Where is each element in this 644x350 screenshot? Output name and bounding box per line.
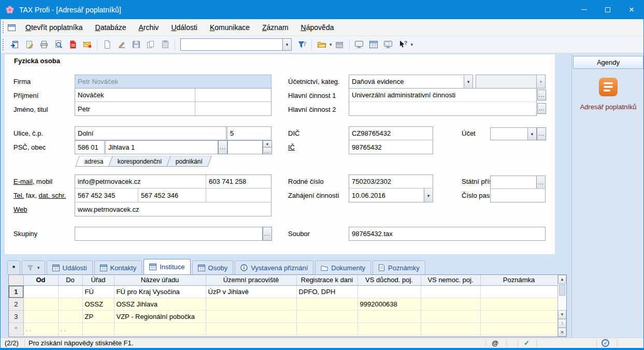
datova-schranka-link-label[interactable]: dat. schr. — [38, 192, 66, 199]
ucetnictvi-combobox[interactable]: Daňová evidence ▾ — [349, 75, 473, 89]
grid-cell[interactable]: ZP — [82, 310, 114, 323]
zahajeni-dropdown-button[interactable]: ▾ — [424, 188, 433, 202]
cinnost1-field[interactable]: Univerzální administrativní činnosti — [349, 89, 536, 101]
column-header-od[interactable]: Od — [23, 275, 58, 285]
grid-cell[interactable] — [480, 323, 557, 335]
column-header-vs-nemoc-poj[interactable]: VS nemoc. poj. — [421, 275, 480, 285]
grid-cell[interactable]: FÚ — [82, 285, 114, 298]
minimize-button[interactable] — [572, 0, 596, 19]
address-tab-adresa[interactable]: adresa — [75, 156, 112, 167]
tel-label[interactable]: Tel. fax, dat. schr. — [13, 192, 66, 199]
row-number-cell[interactable]: 2 — [9, 298, 23, 310]
grid-cell[interactable] — [296, 298, 357, 310]
cinnost2-field[interactable] — [349, 102, 536, 116]
column-header-poznamka[interactable]: Poznámka — [480, 275, 557, 285]
grid-cell[interactable]: DPFO, DPH — [296, 285, 357, 298]
grid-cell[interactable] — [421, 285, 480, 298]
column-header-vs-duchod-poj[interactable]: VS důchod. poj. — [357, 275, 421, 285]
web-link-label[interactable]: Web — [13, 206, 27, 213]
statni-prisl-field[interactable] — [491, 176, 536, 188]
grid-cell[interactable] — [480, 298, 557, 310]
grid-cell[interactable] — [421, 323, 480, 335]
email-label[interactable]: E-mail, mobil — [13, 178, 52, 185]
cinnost1-dots-button[interactable]: ... — [537, 90, 546, 100]
grid-cell[interactable] — [23, 298, 58, 310]
grid-cell[interactable]: 9992000638 — [357, 298, 421, 310]
grid-cell[interactable] — [58, 298, 82, 310]
menu-item-komunikace[interactable]: Komunikace — [204, 19, 256, 36]
web-label[interactable]: Web — [13, 206, 27, 213]
column-header-registrace-k-dani[interactable]: Registrace k dani — [296, 275, 357, 285]
dic-field[interactable]: CZ98765432 — [349, 127, 433, 140]
cislo-popisne-field[interactable]: 5 — [227, 126, 271, 140]
grid-cell[interactable]: FÚ pro Kraj Vysočina — [114, 285, 206, 298]
print-button[interactable] — [37, 38, 51, 52]
scroll-up-button[interactable]: ▲ — [558, 275, 566, 284]
titul2-field[interactable] — [195, 102, 271, 116]
tab-filter[interactable]: ▾ — [22, 260, 45, 274]
grid-cell[interactable] — [421, 310, 480, 323]
column-header-do[interactable]: Do — [58, 275, 82, 285]
print-preview-button[interactable] — [51, 38, 65, 52]
statni-prisl-dots-button[interactable]: ... — [536, 176, 545, 188]
help-dropdown-button[interactable]: ▾ — [411, 42, 413, 47]
ucetnictvi-dropdown-button[interactable]: ▾ — [464, 75, 473, 88]
obec-field[interactable]: Jihlava 1 — [105, 140, 218, 154]
titul-field[interactable] — [195, 89, 271, 101]
rodne-cislo-field[interactable]: 750203/2302 — [349, 175, 433, 188]
grid-cell[interactable] — [206, 310, 296, 323]
menu-item-napoveda[interactable]: Nápověda — [295, 19, 340, 36]
email-field[interactable]: info@petrnovacek.cz — [75, 175, 206, 188]
cinnost2-dots-button[interactable]: ... — [537, 103, 546, 114]
ulice-field[interactable]: Dolní — [75, 126, 226, 140]
tel-field[interactable]: 567 452 345 — [75, 188, 138, 202]
fax-field[interactable]: 567 452 346 — [138, 188, 206, 202]
menu-item-databaze[interactable]: Databáze — [89, 19, 133, 36]
tab-kontakty[interactable]: Kontakty — [94, 260, 142, 274]
prijmeni-field[interactable]: Nováček — [75, 89, 195, 101]
ucet-dropdown-button[interactable]: ▾ — [527, 128, 536, 140]
tel-link-label[interactable]: Tel. — [13, 192, 24, 199]
zahajeni-field[interactable]: 10.06.2016 — [349, 188, 424, 202]
table-view-button[interactable] — [367, 38, 381, 52]
form-view-button[interactable] — [381, 38, 395, 52]
toolbar-drag-handle[interactable] — [3, 39, 5, 50]
grid-cell[interactable] — [357, 323, 421, 335]
filter-button[interactable] — [295, 38, 309, 52]
email-link-label[interactable]: E-mail, — [13, 178, 34, 185]
grid-cell[interactable]: OSSZ Jihlava — [114, 298, 206, 310]
scrollbar-track[interactable] — [558, 284, 566, 310]
tab-dokumenty[interactable]: Dokumenty — [315, 260, 371, 274]
grid-cell[interactable]: . . — [58, 323, 82, 335]
context-help-button[interactable]: ? — [396, 38, 410, 52]
grid-cell[interactable] — [58, 285, 82, 298]
copy-button[interactable] — [144, 38, 158, 52]
tab-poznamky[interactable]: Poznámky — [373, 260, 425, 274]
row-number-cell[interactable]: 1 — [9, 285, 23, 298]
search-input[interactable] — [181, 39, 282, 50]
skupiny-dots-button[interactable]: ... — [263, 227, 272, 241]
menu-item-zaznam[interactable]: Záznam — [256, 19, 295, 36]
tab-new-record[interactable]: * — [7, 260, 20, 274]
new-record-button[interactable] — [100, 38, 114, 52]
column-header-nazev-uradu[interactable]: Název úřadu — [114, 275, 206, 285]
stamp-button[interactable] — [115, 38, 128, 52]
jmeno-field[interactable]: Petr — [75, 102, 195, 116]
address-tab-korespondencni[interactable]: korespondenční — [108, 156, 171, 167]
ucet-dots-button[interactable]: ... — [537, 127, 546, 140]
edit-button[interactable] — [22, 38, 36, 52]
search-dropdown-button[interactable]: ▾ — [282, 39, 291, 50]
tab-osoby[interactable]: Osoby — [192, 260, 234, 274]
save-button[interactable] — [129, 38, 143, 52]
grid-cell[interactable]: . . — [23, 323, 58, 335]
grid-cell[interactable] — [480, 310, 557, 323]
address-extra-field[interactable] — [227, 140, 263, 154]
grid-cell[interactable]: OSSZ — [82, 298, 114, 310]
pdf-export-button[interactable] — [66, 38, 80, 52]
row-number-cell[interactable]: * — [9, 323, 23, 335]
grid-cell[interactable] — [23, 285, 58, 298]
grid-cell[interactable] — [58, 310, 82, 323]
grid-cell[interactable] — [357, 285, 421, 298]
grid-cell[interactable] — [357, 310, 421, 323]
ic-link-label[interactable]: IČ — [288, 143, 295, 151]
